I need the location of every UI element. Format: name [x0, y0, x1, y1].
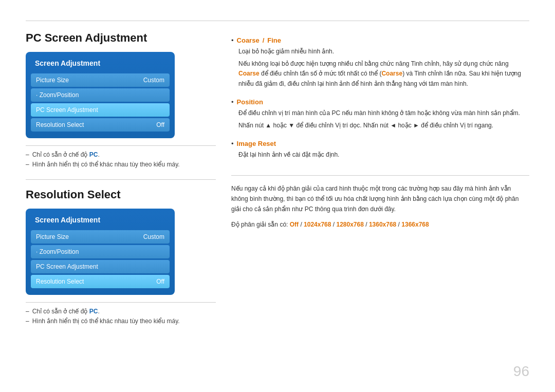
panel2-row-resolution[interactable]: Resolution Select Off: [31, 275, 170, 288]
bullet-image-reset: Image Reset Đặt lại hình ảnh về cài đặt …: [231, 140, 529, 160]
section1-panel: Screen Adjustment Picture Size Custom · …: [26, 52, 175, 138]
section1-title: PC Screen Adjustment: [26, 31, 216, 45]
section2: Resolution Select Screen Adjustment Pict…: [26, 188, 216, 325]
bullet-body-position1: Để điều chỉnh vị trí màn hình của PC nếu…: [238, 108, 529, 118]
coarse-label: Coarse: [237, 36, 260, 44]
row-label-zoom: · Zoom/Position: [36, 91, 79, 99]
section-divider: [26, 179, 216, 180]
section1-notes: Chỉ có sẵn ở chế độ PC. Hình ảnh hiển th…: [26, 145, 216, 168]
position-label: Position: [237, 98, 263, 106]
resolution-1366: 1366x768: [401, 221, 429, 228]
panel-row-zoom[interactable]: · Zoom/Position: [31, 88, 170, 102]
row-label-pc-screen: PC Screen Adjustment: [36, 106, 98, 114]
panel2-row-picture-size[interactable]: Picture Size Custom: [31, 230, 170, 244]
bullet-body-position2: Nhấn nút ▲ hoặc ▼ để điều chỉnh Vị trí d…: [238, 121, 529, 130]
row2-label-picture-size: Picture Size: [36, 233, 69, 240]
panel-row-picture-size[interactable]: Picture Size Custom: [31, 73, 170, 87]
bullet-body-coarse1: Loại bỏ hoặc giảm nhiễu hình ảnh.: [238, 47, 529, 57]
left-column: PC Screen Adjustment Screen Adjustment P…: [26, 31, 216, 371]
coarse-inline2: Coarse: [381, 70, 402, 77]
bullet-coarse-fine: Coarse / Fine Loại bỏ hoặc giảm nhiễu hì…: [231, 36, 529, 89]
page-container: PC Screen Adjustment Screen Adjustment P…: [0, 0, 555, 392]
bullet-header-coarse-fine: Coarse / Fine: [231, 36, 529, 44]
row2-label-pc-screen: PC Screen Adjustment: [36, 263, 98, 270]
panel2-row-pc-screen[interactable]: PC Screen Adjustment: [31, 260, 170, 273]
row-label-resolution1: Resolution Select: [36, 121, 84, 128]
note1-text2: Hình ảnh hiển thị có thể khác nhau tùy t…: [32, 161, 180, 168]
fine-label: Fine: [267, 36, 281, 44]
row2-value-resolution: Off: [156, 278, 164, 285]
note1-item2: Hình ảnh hiển thị có thể khác nhau tùy t…: [26, 161, 216, 168]
row2-value-picture-size: Custom: [143, 233, 164, 240]
resolution-options-text: Độ phân giải sẵn có: Off / 1024x768 / 12…: [231, 220, 529, 230]
bullet-position: Position Để điều chỉnh vị trí màn hình c…: [231, 98, 529, 130]
resolution-off: Off: [290, 221, 299, 228]
resolution-1280: 1280x768: [336, 221, 363, 228]
note2-text2: Hình ảnh hiển thị có thể khác nhau tùy t…: [32, 318, 180, 325]
section2-body-para: Nếu ngay cả khi độ phân giải của card hì…: [231, 184, 529, 214]
row2-label-zoom: · Zoom/Position: [36, 248, 79, 255]
bullet-body-coarse2: Nếu không loại bỏ được hiện tượng nhiều …: [238, 59, 529, 89]
row2-label-resolution: Resolution Select: [36, 278, 84, 285]
section2-panel: Screen Adjustment Picture Size Custom · …: [26, 209, 175, 295]
bullet-header-position: Position: [231, 98, 529, 106]
resolution-1024: 1024x768: [304, 221, 331, 228]
row-label-picture-size: Picture Size: [36, 77, 69, 84]
section2-panel-header: Screen Adjustment: [31, 213, 170, 228]
note1-text1: Chỉ có sẵn ở chế độ PC.: [32, 151, 100, 158]
coarse-inline1: Coarse: [238, 70, 260, 77]
note2-text1: Chỉ có sẵn ở chế độ PC.: [32, 308, 100, 315]
row-value-resolution1: Off: [156, 121, 164, 128]
note2-item1: Chỉ có sẵn ở chế độ PC.: [26, 308, 216, 315]
resolution-1360: 1360x768: [369, 221, 396, 228]
section1: PC Screen Adjustment Screen Adjustment P…: [26, 31, 216, 168]
note2-bold1: PC: [89, 308, 98, 315]
bullet-body-image-reset: Đặt lại hình ảnh về cài đặt mặc định.: [238, 150, 529, 160]
section2-title: Resolution Select: [26, 188, 216, 201]
page-number: 96: [513, 363, 529, 380]
right-divider: [231, 175, 529, 184]
right-column: Coarse / Fine Loại bỏ hoặc giảm nhiễu hì…: [231, 31, 529, 371]
top-divider: [26, 21, 529, 21]
note1-bold1: PC: [89, 151, 98, 158]
section2-right-body: Nếu ngay cả khi độ phân giải của card hì…: [231, 184, 529, 230]
section1-panel-header: Screen Adjustment: [31, 56, 170, 71]
note1-item1: Chỉ có sẵn ở chế độ PC.: [26, 151, 216, 158]
note2-item2: Hình ảnh hiển thị có thể khác nhau tùy t…: [26, 318, 216, 325]
panel2-row-zoom[interactable]: · Zoom/Position: [31, 245, 170, 258]
panel-row-pc-screen[interactable]: PC Screen Adjustment: [31, 103, 170, 117]
row-value-picture-size: Custom: [143, 77, 164, 84]
bullet-header-image-reset: Image Reset: [231, 140, 529, 147]
main-content: PC Screen Adjustment Screen Adjustment P…: [26, 31, 529, 371]
section2-notes: Chỉ có sẵn ở chế độ PC. Hình ảnh hiển th…: [26, 302, 216, 325]
panel-row-resolution1[interactable]: Resolution Select Off: [31, 118, 170, 132]
image-reset-label: Image Reset: [237, 140, 276, 147]
